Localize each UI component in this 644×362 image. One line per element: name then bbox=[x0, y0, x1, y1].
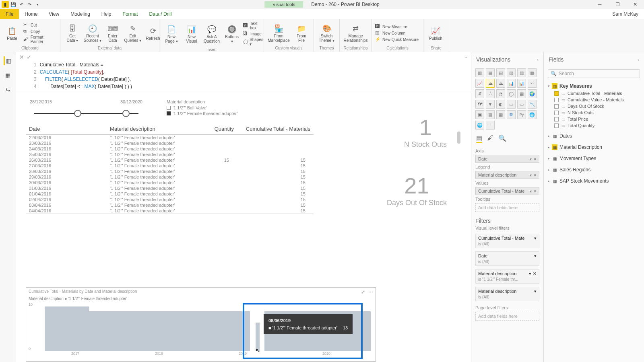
hundred-bar-icon[interactable]: ▨ bbox=[517, 68, 526, 77]
filter-material-2[interactable]: Material description▾is (All) bbox=[475, 287, 539, 301]
model-view-icon[interactable]: ⇆ bbox=[4, 85, 12, 94]
chevron-down-icon[interactable]: ▾ bbox=[534, 253, 537, 259]
more-options-icon[interactable]: ⋯ bbox=[368, 289, 373, 295]
table-row[interactable]: 03/04/2016'1 1/2"' Female threaded adupt… bbox=[26, 202, 314, 208]
textbox-button[interactable]: 🅰Text box bbox=[243, 21, 264, 31]
ribbon-chart-icon[interactable]: 〰 bbox=[528, 79, 537, 88]
line-clustered-icon[interactable]: 📊 bbox=[517, 79, 526, 88]
gauge-icon[interactable]: ◐ bbox=[496, 100, 505, 109]
clustered-bar-icon[interactable]: ▤ bbox=[496, 68, 505, 77]
format-painter-button[interactable]: 🖌Format Painter bbox=[23, 35, 57, 44]
field-item[interactable]: ▭Days Out Of Stock bbox=[548, 103, 640, 109]
table-icon[interactable]: ▦ bbox=[486, 110, 495, 119]
key-measures-table[interactable]: ▾▥Key Measures bbox=[548, 82, 640, 90]
table-row[interactable]: 31/03/2016'1 1/2"' Female threaded adupt… bbox=[26, 185, 314, 191]
field-item[interactable]: ▭Total Quantity bbox=[548, 122, 640, 129]
stacked-column-icon[interactable]: ▦ bbox=[486, 68, 495, 77]
new-page-button[interactable]: 📄New Page ▾ bbox=[163, 23, 180, 44]
new-measure-button[interactable]: 🅼New Measure bbox=[375, 23, 419, 30]
slicer-handle-end[interactable] bbox=[122, 110, 130, 117]
arcgis-icon[interactable]: 🌐 bbox=[528, 110, 537, 119]
field-item[interactable]: ▭Cumulative Value - Materials bbox=[548, 97, 640, 103]
legend-field[interactable]: Material description▾✕ bbox=[475, 171, 539, 179]
close-button[interactable]: ✕ bbox=[626, 0, 644, 9]
view-tab[interactable]: View bbox=[43, 9, 65, 19]
manage-relationships-button[interactable]: ⇄Manage Relationships bbox=[343, 23, 368, 43]
redo-icon[interactable]: ↷ bbox=[26, 1, 33, 8]
help-tab[interactable]: Help bbox=[96, 9, 117, 19]
col-cumulative[interactable]: Cumulative Total - Materials bbox=[237, 123, 314, 135]
chevron-down-icon[interactable]: ▾ bbox=[534, 236, 537, 241]
filter-material-1[interactable]: Material description▾✕is "1 1/2"' Female… bbox=[475, 269, 539, 284]
col-material[interactable]: Material description bbox=[107, 123, 194, 135]
copy-button[interactable]: ⧉Copy bbox=[23, 28, 57, 35]
date-slicer[interactable]: 28/12/2015 30/12/2020 bbox=[26, 99, 147, 120]
table-row[interactable]: 27/03/2016'1 1/2"' Female threaded adupt… bbox=[26, 163, 314, 169]
cut-button[interactable]: ✂Cut bbox=[23, 22, 57, 28]
fields-search[interactable]: 🔍Search bbox=[548, 69, 640, 78]
formula-commit-icon[interactable]: ✓ bbox=[27, 54, 31, 60]
filled-map-icon[interactable]: 🗺 bbox=[475, 100, 484, 109]
table-row[interactable]: 29/03/2016'1 1/2"' Female threaded adupt… bbox=[26, 174, 314, 180]
from-marketplace-button[interactable]: 🏪From Marketplace bbox=[267, 23, 290, 43]
table-header[interactable]: ▸▦Material Description bbox=[548, 143, 640, 151]
map-icon[interactable]: 🌍 bbox=[528, 89, 537, 98]
col-date[interactable]: Date bbox=[26, 123, 107, 135]
table-row[interactable]: 26/03/2016'1 1/2"' Female threaded adupt… bbox=[26, 157, 314, 163]
chevron-down-icon[interactable]: ▾ bbox=[530, 173, 532, 177]
from-file-button[interactable]: 📁From File bbox=[293, 23, 310, 43]
filter-date[interactable]: Date▾is (All) bbox=[475, 251, 539, 266]
scatter-icon[interactable]: ∴ bbox=[486, 89, 495, 98]
remove-field-icon[interactable]: ✕ bbox=[533, 157, 537, 161]
table-row[interactable]: 02/04/2016'1 1/2"' Female threaded adupt… bbox=[26, 197, 314, 202]
file-menu[interactable]: File bbox=[0, 9, 19, 19]
funnel-icon[interactable]: ▼ bbox=[486, 100, 495, 109]
field-item[interactable]: ▭N Stock Outs bbox=[548, 109, 640, 116]
focus-mode-icon[interactable]: ⤢ bbox=[361, 289, 365, 295]
ask-question-button[interactable]: 💬Ask A Question bbox=[203, 23, 221, 44]
buttons-button[interactable]: 🔘Buttons ▾ bbox=[223, 23, 241, 44]
report-view-icon[interactable]: ▥ bbox=[4, 56, 12, 65]
line-chart-icon[interactable]: 📈 bbox=[475, 79, 484, 88]
table-row[interactable]: 25/03/2016'1 1/2"' Female threaded adupt… bbox=[26, 152, 314, 157]
pie-icon[interactable]: ◔ bbox=[496, 89, 505, 98]
home-tab[interactable]: Home bbox=[19, 9, 43, 19]
table-row[interactable]: 24/03/2016'1 1/2"' Female threaded adupt… bbox=[26, 146, 314, 152]
analytics-well-icon[interactable]: 🔍 bbox=[498, 134, 506, 143]
visualization-gallery[interactable]: ▥ ▦ ▤ ▧ ▨ ▩ 📈 ⛰ ⛰ 📊 📊 〰 ⇵ ∴ ◔ ◯ ▦ 🌍 🗺 ▼ … bbox=[471, 67, 543, 131]
kpi-icon[interactable]: 📉 bbox=[528, 100, 537, 109]
table-row[interactable]: 28/03/2016'1 1/2"' Female threaded adupt… bbox=[26, 169, 314, 174]
kpi-stock-outs[interactable]: 1 N Stock Outs bbox=[404, 116, 447, 149]
waterfall-icon[interactable]: ⇵ bbox=[475, 89, 484, 98]
edit-queries-button[interactable]: ✎Edit Queries ▾ bbox=[124, 23, 142, 43]
chevron-down-icon[interactable]: ▾ bbox=[530, 157, 532, 161]
table-row[interactable]: 04/04/2016'1 1/2"' Female threaded adupt… bbox=[26, 208, 314, 214]
get-data-button[interactable]: 🗄Get Data ▾ bbox=[64, 23, 81, 43]
save-icon[interactable]: 💾 bbox=[10, 1, 17, 8]
donut-icon[interactable]: ◯ bbox=[507, 89, 516, 98]
enter-data-button[interactable]: ⌨Enter Data bbox=[104, 23, 122, 43]
format-well-icon[interactable]: 🖌 bbox=[487, 134, 493, 143]
r-visual-icon[interactable]: R bbox=[507, 110, 516, 119]
field-item[interactable]: ▭Total Price bbox=[548, 116, 640, 122]
stacked-bar-icon[interactable]: ▥ bbox=[475, 68, 484, 77]
area-chart-visual[interactable]: Cumulative Total - Materials by Date and… bbox=[26, 287, 376, 362]
minimize-button[interactable]: ─ bbox=[591, 0, 609, 9]
axis-field[interactable]: Date▾✕ bbox=[475, 155, 539, 163]
modeling-tab[interactable]: Modeling bbox=[65, 9, 96, 19]
chevron-down-icon[interactable]: ▾ bbox=[529, 271, 531, 276]
chevron-down-icon[interactable]: ▾ bbox=[530, 189, 532, 193]
line-stacked-icon[interactable]: 📊 bbox=[507, 79, 516, 88]
fields-well-icon[interactable]: ▤ bbox=[476, 134, 482, 143]
matrix-icon[interactable]: ▦ bbox=[496, 110, 505, 119]
new-visual-button[interactable]: 📊New Visual bbox=[183, 23, 200, 44]
stacked-area-icon[interactable]: ⛰ bbox=[496, 79, 505, 88]
data-view-icon[interactable]: ▦ bbox=[4, 71, 12, 80]
paste-button[interactable]: 📋Paste bbox=[3, 25, 21, 41]
qat-dropdown-icon[interactable]: ▾ bbox=[34, 1, 41, 8]
py-visual-icon[interactable]: Py bbox=[517, 110, 526, 119]
import-visual-icon[interactable]: ⋯ bbox=[486, 121, 495, 130]
slicer-icon[interactable]: ▣ bbox=[475, 110, 484, 119]
clustered-column-icon[interactable]: ▧ bbox=[507, 68, 516, 77]
remove-field-icon[interactable]: ✕ bbox=[533, 189, 537, 193]
